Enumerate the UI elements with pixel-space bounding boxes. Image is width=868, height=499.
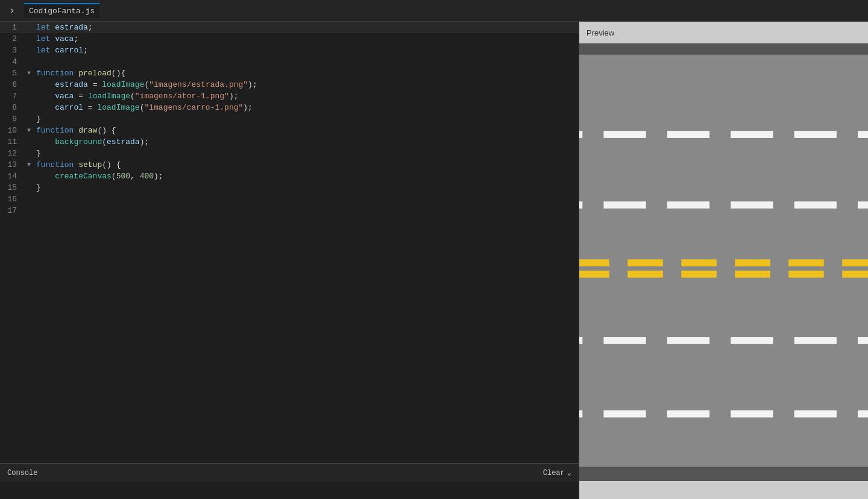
svg-rect-53 [794, 337, 837, 344]
fold-arrow[interactable]: ▼ [24, 125, 34, 136]
svg-rect-29 [735, 259, 770, 266]
fold-arrow[interactable]: ▼ [24, 159, 34, 171]
token-punct: ( [130, 92, 135, 101]
token-string: "imagens/estrada.png" [149, 80, 248, 89]
token-builtin: background [36, 137, 102, 146]
line-number: 12 [0, 148, 24, 159]
svg-rect-54 [858, 337, 868, 344]
svg-rect-2 [579, 467, 868, 481]
svg-rect-64 [858, 410, 868, 418]
token-fn-name: setup [78, 160, 102, 169]
console-header: Console Clear ⌄ [0, 463, 579, 482]
token-punct: ); [229, 92, 239, 101]
svg-rect-5 [579, 131, 582, 138]
token-var-name: estrada [107, 137, 140, 146]
line-content: let estrada; [34, 22, 579, 33]
svg-rect-52 [731, 337, 773, 344]
token-kw: function [36, 126, 78, 135]
token-punct: () { [102, 160, 121, 169]
code-line-2: 2let vaca; [0, 33, 579, 45]
console-clear-button[interactable]: Clear ⌄ [543, 468, 571, 477]
token-number-val: 500 [116, 172, 130, 181]
token-kw: let [36, 46, 55, 55]
preview-panel: Preview [579, 22, 868, 499]
svg-rect-28 [681, 259, 717, 266]
token-punct: ; [74, 34, 78, 43]
svg-rect-50 [603, 337, 646, 344]
code-line-6: 6 estrada = loadImage("imagens/estrada.p… [0, 79, 579, 90]
preview-canvas [579, 43, 868, 481]
code-editor[interactable]: 1let estrada;2let vaca;3let carrol;45▼fu… [0, 22, 579, 463]
line-content: carrol = loadImage("imagens/carro-1.png"… [34, 102, 579, 113]
code-line-9: 9} [0, 113, 579, 125]
code-line-15: 15} [0, 182, 579, 193]
file-tab[interactable]: CodigoFanta.js [24, 3, 99, 18]
code-line-13: 13▼function setup() { [0, 159, 579, 171]
fold-arrow[interactable]: ▼ [24, 67, 34, 79]
line-content: vaca = loadImage("imagens/ator-1.png"); [34, 90, 579, 102]
svg-rect-59 [579, 410, 582, 418]
code-line-10: 10▼function draw() { [0, 125, 579, 136]
code-line-16: 16 [0, 193, 579, 205]
line-content: function setup() { [34, 159, 579, 171]
code-line-17: 17 [0, 205, 579, 216]
line-number: 13 [0, 159, 24, 171]
console-panel: Console Clear ⌄ [0, 463, 579, 499]
svg-rect-38 [579, 271, 609, 278]
code-line-8: 8 carrol = loadImage("imagens/carro-1.pn… [0, 102, 579, 113]
line-number: 6 [0, 79, 24, 90]
line-number: 14 [0, 171, 24, 182]
svg-rect-7 [667, 131, 709, 138]
token-var-name: carrol [36, 103, 83, 112]
svg-rect-63 [794, 410, 837, 418]
svg-rect-51 [667, 337, 709, 344]
token-punct: (){ [112, 69, 125, 78]
code-line-12: 12} [0, 148, 579, 159]
line-number: 5 [0, 67, 24, 79]
token-fn-name: draw [78, 126, 97, 135]
line-content: estrada = loadImage("imagens/estrada.png… [34, 79, 579, 90]
svg-rect-26 [579, 259, 609, 266]
svg-rect-8 [731, 131, 773, 138]
line-number: 2 [0, 33, 24, 45]
token-var-name: estrada [55, 23, 88, 32]
line-number: 15 [0, 182, 24, 193]
code-line-14: 14 createCanvas(500, 400); [0, 171, 579, 182]
sidebar-toggle-icon: › [9, 5, 15, 16]
line-content: } [34, 113, 579, 125]
token-var-name: vaca [36, 92, 74, 101]
svg-rect-43 [842, 271, 868, 278]
road-visualization [579, 43, 868, 481]
line-number: 17 [0, 205, 24, 216]
line-number: 8 [0, 102, 24, 113]
token-punct: ); [154, 172, 163, 181]
svg-rect-19 [794, 201, 837, 209]
token-punct: ); [243, 103, 253, 112]
token-kw: function [36, 69, 78, 78]
line-content: function draw() { [34, 125, 579, 136]
sidebar-toggle-button[interactable]: › [5, 4, 19, 18]
token-punct: = [74, 92, 87, 101]
line-content: background(estrada); [34, 136, 579, 148]
line-number: 1 [0, 22, 24, 33]
svg-rect-39 [627, 271, 663, 278]
svg-rect-49 [579, 337, 582, 344]
svg-rect-42 [788, 271, 824, 278]
svg-rect-61 [667, 410, 709, 418]
svg-rect-1 [579, 43, 868, 55]
line-content: let vaca; [34, 33, 579, 45]
token-number-val: 400 [140, 172, 154, 181]
svg-rect-30 [788, 259, 824, 266]
chevron-down-icon: ⌄ [567, 468, 571, 477]
token-punct: ( [112, 172, 116, 181]
line-number: 9 [0, 113, 24, 125]
code-line-7: 7 vaca = loadImage("imagens/ator-1.png")… [0, 90, 579, 102]
console-clear-label: Clear [543, 469, 565, 477]
token-var-name: estrada [36, 80, 88, 89]
top-bar: › CodigoFanta.js [0, 0, 868, 22]
svg-rect-15 [579, 201, 582, 209]
token-punct: () { [97, 126, 116, 135]
svg-rect-9 [794, 131, 837, 138]
line-number: 3 [0, 45, 24, 56]
editor-panel: 1let estrada;2let vaca;3let carrol;45▼fu… [0, 22, 579, 499]
